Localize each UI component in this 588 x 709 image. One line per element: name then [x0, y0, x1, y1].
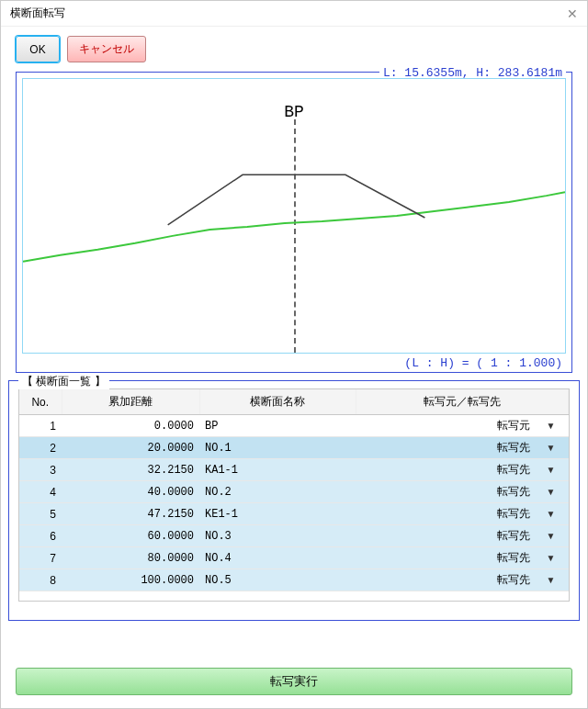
select-value: 転写先 [497, 440, 530, 456]
cell-no: 4 [19, 481, 62, 503]
cell-name[interactable]: NO.4 [199, 547, 356, 569]
cell-select[interactable]: 転写先▼ [356, 437, 569, 459]
titlebar: 横断面転写 ✕ [1, 1, 587, 27]
chevron-down-icon[interactable]: ▼ [547, 509, 556, 519]
chevron-down-icon[interactable]: ▼ [547, 487, 556, 497]
cell-no: 6 [19, 525, 62, 547]
cell-no: 8 [19, 569, 62, 591]
cell-select[interactable]: 転写先▼ [356, 459, 569, 481]
cell-no: 2 [19, 437, 62, 459]
close-icon[interactable]: ✕ [567, 6, 578, 21]
cell-name[interactable]: NO.5 [199, 569, 356, 591]
cell-no: 1 [19, 415, 62, 437]
table-header-row: No. 累加距離 横断面名称 転写元／転写先 [19, 389, 569, 415]
ok-button[interactable]: OK [16, 36, 60, 62]
chevron-down-icon[interactable]: ▼ [547, 443, 556, 453]
cell-name[interactable]: NO.1 [199, 437, 356, 459]
cell-no: 7 [19, 547, 62, 569]
cell-dist[interactable]: 80.0000 [62, 547, 199, 569]
section-list-group: 【 横断面一覧 】 No. 累加距離 横断面名称 転写元／転写先 10.0000… [8, 380, 580, 621]
cell-dist[interactable]: 47.2150 [62, 503, 199, 525]
col-dist[interactable]: 累加距離 [62, 389, 199, 415]
toolbar: OK キャンセル [1, 27, 587, 72]
cell-dist[interactable]: 40.0000 [62, 481, 199, 503]
cell-select[interactable]: 転写先▼ [356, 481, 569, 503]
ground-line [23, 192, 565, 261]
select-value: 転写先 [497, 550, 530, 566]
cell-dist[interactable]: 100.0000 [62, 569, 199, 591]
select-value: 転写元 [497, 418, 530, 433]
cell-select[interactable]: 転写先▼ [356, 503, 569, 525]
chart-ratio-label: (L : H) = ( 1 : 1.000) [401, 356, 566, 370]
dialog-window: 横断面転写 ✕ OK キャンセル L: 15.6355m, H: 283.618… [0, 0, 588, 709]
cell-name[interactable]: KE1-1 [199, 503, 356, 525]
cell-dist[interactable]: 20.0000 [62, 437, 199, 459]
select-value: 転写先 [497, 572, 530, 588]
cell-select[interactable]: 転写先▼ [356, 525, 569, 547]
table-row[interactable]: 10.0000BP転写元▼ [19, 415, 569, 437]
cell-name[interactable]: BP [199, 415, 356, 437]
col-no[interactable]: No. [19, 389, 62, 415]
table-row[interactable]: 660.0000NO.3転写先▼ [19, 525, 569, 547]
cell-name[interactable]: NO.3 [199, 525, 356, 547]
chevron-down-icon[interactable]: ▼ [547, 531, 556, 541]
table-row[interactable]: 440.0000NO.2転写先▼ [19, 481, 569, 503]
table-row[interactable]: 220.0000NO.1転写先▼ [19, 437, 569, 459]
chart-panel: L: 15.6355m, H: 283.6181m BP (L : H) = (… [16, 72, 572, 373]
execute-button[interactable]: 転写実行 [16, 668, 572, 695]
cross-section-canvas[interactable]: BP [22, 78, 566, 354]
chevron-down-icon[interactable]: ▼ [547, 465, 556, 475]
section-list-legend: 【 横断面一覧 】 [18, 374, 109, 389]
cell-no: 3 [19, 459, 62, 481]
cell-dist[interactable]: 0.0000 [62, 415, 199, 437]
cell-name[interactable]: KA1-1 [199, 459, 356, 481]
col-name[interactable]: 横断面名称 [199, 389, 356, 415]
table-row[interactable]: 547.2150KE1-1転写先▼ [19, 503, 569, 525]
chevron-down-icon[interactable]: ▼ [547, 575, 556, 585]
chevron-down-icon[interactable]: ▼ [547, 553, 556, 563]
table-row[interactable]: 780.0000NO.4転写先▼ [19, 547, 569, 569]
cell-select[interactable]: 転写元▼ [356, 415, 569, 437]
select-value: 転写先 [497, 506, 530, 522]
table-row[interactable]: 8100.0000NO.5転写先▼ [19, 569, 569, 591]
cancel-button[interactable]: キャンセル [67, 36, 146, 62]
section-table: No. 累加距離 横断面名称 転写元／転写先 10.0000BP転写元▼220.… [19, 389, 569, 591]
exec-wrap: 転写実行 [16, 668, 572, 695]
cell-select[interactable]: 転写先▼ [356, 569, 569, 591]
chart-svg [23, 79, 565, 353]
col-sel[interactable]: 転写元／転写先 [356, 389, 569, 415]
select-value: 転写先 [497, 484, 530, 500]
select-value: 転写先 [497, 528, 530, 544]
table-row[interactable]: 332.2150KA1-1転写先▼ [19, 459, 569, 481]
cell-no: 5 [19, 503, 62, 525]
section-table-scroll[interactable]: No. 累加距離 横断面名称 転写元／転写先 10.0000BP転写元▼220.… [18, 388, 570, 602]
cell-dist[interactable]: 60.0000 [62, 525, 199, 547]
window-title: 横断面転写 [10, 6, 65, 21]
select-value: 転写先 [497, 462, 530, 478]
chevron-down-icon[interactable]: ▼ [547, 421, 556, 431]
cell-name[interactable]: NO.2 [199, 481, 356, 503]
cell-dist[interactable]: 32.2150 [62, 459, 199, 481]
cell-select[interactable]: 転写先▼ [356, 547, 569, 569]
